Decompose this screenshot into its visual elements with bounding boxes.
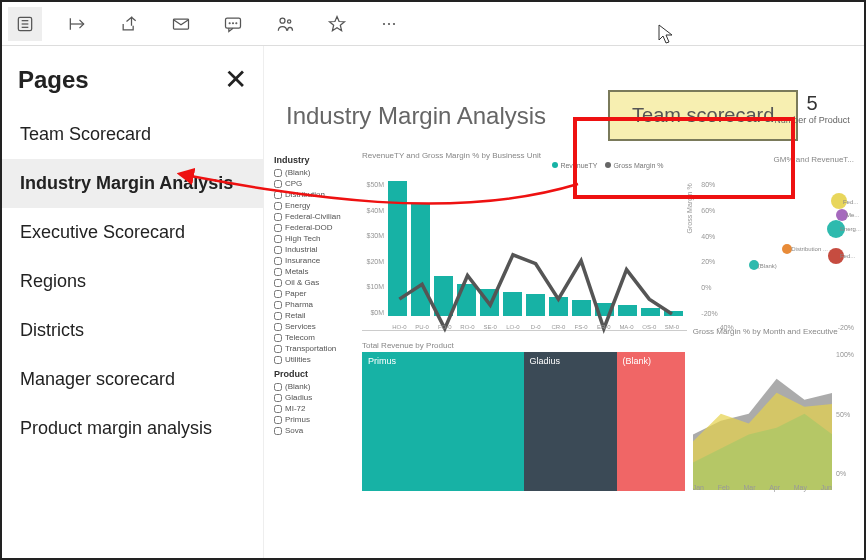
page-item-product-margin[interactable]: Product margin analysis <box>2 404 263 453</box>
legend-revenue: RevenueTY <box>552 162 597 169</box>
page-item-manager-scorecard[interactable]: Manager scorecard <box>2 355 263 404</box>
industry-filter-item[interactable]: Energy <box>274 200 356 211</box>
pages-sidebar: Pages ✕ Team Scorecard Industry Margin A… <box>2 46 264 558</box>
treemap-cell-gladius[interactable]: Gladius <box>524 352 617 491</box>
report-canvas: 5 Number of Product Industry Margin Anal… <box>264 46 864 558</box>
industry-filter-item[interactable]: Telecom <box>274 332 356 343</box>
industry-filter-item[interactable]: Transportation <box>274 343 356 354</box>
treemap-chart[interactable]: Primus Gladius (Blank) <box>362 352 685 491</box>
product-filter-item[interactable]: Gladius <box>274 392 356 403</box>
svg-point-16 <box>393 22 395 24</box>
area-title: Gross Margin % by Month and Executive <box>693 327 838 336</box>
svg-rect-6 <box>174 19 189 29</box>
scatter-chart[interactable]: GM% and RevenueT... Gross Margin % 80%60… <box>691 169 854 331</box>
share-icon[interactable] <box>112 7 146 41</box>
product-filter-item[interactable]: Primus <box>274 414 356 425</box>
page-item-executive-scorecard[interactable]: Executive Scorecard <box>2 208 263 257</box>
menu-icon[interactable] <box>8 7 42 41</box>
treemap-cell-primus[interactable]: Primus <box>362 352 524 491</box>
kpi-card: 5 Number of Product <box>774 92 850 125</box>
product-filter-item[interactable]: Sova <box>274 425 356 436</box>
industry-filter-item[interactable]: Pharma <box>274 299 356 310</box>
kpi-value: 5 <box>774 92 850 115</box>
industry-filter-item[interactable]: Insurance <box>274 255 356 266</box>
expand-icon[interactable] <box>60 7 94 41</box>
industry-filter-item[interactable]: Paper <box>274 288 356 299</box>
top-toolbar <box>2 2 864 46</box>
kpi-label: Number of Product <box>774 115 850 125</box>
treemap-cell-blank[interactable]: (Blank) <box>617 352 685 491</box>
svg-point-11 <box>280 18 285 23</box>
page-item-districts[interactable]: Districts <box>2 306 263 355</box>
industry-filter-item[interactable]: (Blank) <box>274 167 356 178</box>
industry-filter-item[interactable]: Federal-DOD <box>274 222 356 233</box>
product-filter-item[interactable]: (Blank) <box>274 381 356 392</box>
svg-point-12 <box>288 19 291 22</box>
area-chart[interactable]: Gross Margin % by Month and Executive 10… <box>693 341 854 491</box>
page-item-regions[interactable]: Regions <box>2 257 263 306</box>
svg-point-10 <box>236 22 237 23</box>
sidebar-title: Pages <box>18 66 89 94</box>
industry-filter-item[interactable]: Metals <box>274 266 356 277</box>
industry-filter-item[interactable]: Services <box>274 321 356 332</box>
page-item-team-scorecard[interactable]: Team Scorecard <box>2 110 263 159</box>
industry-filter-item[interactable]: Retail <box>274 310 356 321</box>
industry-filter-label: Industry <box>274 155 356 165</box>
more-icon[interactable] <box>372 7 406 41</box>
chat-icon[interactable] <box>216 7 250 41</box>
svg-marker-13 <box>330 16 345 30</box>
combo-chart[interactable]: $50M$40M$30M$20M$10M$0M HO-0PU-0FO-0RO-0… <box>362 169 687 331</box>
industry-filter-item[interactable]: Industrial <box>274 244 356 255</box>
mail-icon[interactable] <box>164 7 198 41</box>
star-icon[interactable] <box>320 7 354 41</box>
svg-point-15 <box>388 22 390 24</box>
filters-panel: Industry (Blank)CPGDistributionEnergyFed… <box>274 151 356 491</box>
legend-margin: Gross Margin % <box>605 162 663 169</box>
product-filter-label: Product <box>274 369 356 379</box>
industry-filter-item[interactable]: Oil & Gas <box>274 277 356 288</box>
scatter-title: GM% and RevenueT... <box>774 155 854 164</box>
svg-point-9 <box>233 22 234 23</box>
industry-filter-item[interactable]: Distribution <box>274 189 356 200</box>
page-item-industry-margin[interactable]: Industry Margin Analysis <box>2 159 263 208</box>
report-title: Industry Margin Analysis <box>286 102 546 130</box>
industry-filter-item[interactable]: Utilities <box>274 354 356 365</box>
industry-filter-item[interactable]: Federal-Civilian <box>274 211 356 222</box>
svg-point-14 <box>383 22 385 24</box>
team-scorecard-button[interactable]: Team scorecard <box>608 90 798 141</box>
svg-point-8 <box>229 22 230 23</box>
teams-icon[interactable] <box>268 7 302 41</box>
scatter-ylabel: Gross Margin % <box>686 183 693 233</box>
close-icon[interactable]: ✕ <box>224 66 247 94</box>
industry-filter-item[interactable]: CPG <box>274 178 356 189</box>
product-filter-item[interactable]: MI-72 <box>274 403 356 414</box>
industry-filter-item[interactable]: High Tech <box>274 233 356 244</box>
